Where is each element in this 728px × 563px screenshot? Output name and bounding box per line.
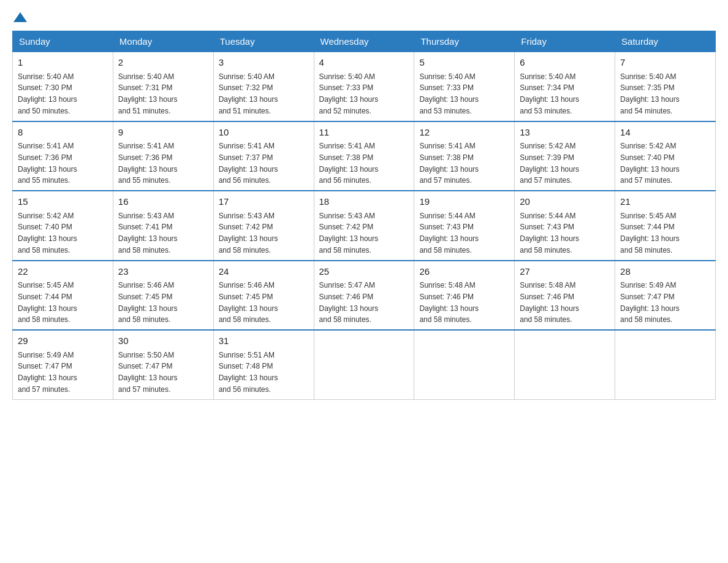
day-number: 14 xyxy=(620,126,710,140)
logo xyxy=(12,12,27,25)
day-number: 8 xyxy=(18,126,108,140)
day-number: 17 xyxy=(219,195,309,209)
day-number: 4 xyxy=(319,56,409,70)
calendar-cell: 9 Sunrise: 5:41 AMSunset: 7:36 PMDayligh… xyxy=(113,121,213,191)
day-number: 1 xyxy=(18,56,108,70)
column-header-monday: Monday xyxy=(113,31,213,52)
day-info: Sunrise: 5:44 AMSunset: 7:43 PMDaylight:… xyxy=(520,212,579,255)
day-number: 15 xyxy=(18,195,108,209)
calendar-cell: 1 Sunrise: 5:40 AMSunset: 7:30 PMDayligh… xyxy=(13,52,113,121)
day-number: 10 xyxy=(219,126,309,140)
calendar-cell xyxy=(314,330,414,399)
day-info: Sunrise: 5:40 AMSunset: 7:35 PMDaylight:… xyxy=(620,72,680,115)
day-number: 26 xyxy=(419,265,509,279)
svg-marker-0 xyxy=(13,12,27,22)
calendar-cell: 5 Sunrise: 5:40 AMSunset: 7:33 PMDayligh… xyxy=(414,52,515,121)
day-info: Sunrise: 5:40 AMSunset: 7:30 PMDaylight:… xyxy=(18,72,77,115)
day-number: 13 xyxy=(520,126,610,140)
day-number: 6 xyxy=(520,56,610,70)
day-number: 7 xyxy=(620,56,710,70)
day-info: Sunrise: 5:41 AMSunset: 7:36 PMDaylight:… xyxy=(18,142,77,185)
day-info: Sunrise: 5:46 AMSunset: 7:45 PMDaylight:… xyxy=(219,281,278,324)
calendar-cell: 8 Sunrise: 5:41 AMSunset: 7:36 PMDayligh… xyxy=(13,121,113,191)
column-header-friday: Friday xyxy=(515,31,615,52)
calendar-cell: 17 Sunrise: 5:43 AMSunset: 7:42 PMDaylig… xyxy=(213,191,314,261)
calendar-cell: 18 Sunrise: 5:43 AMSunset: 7:42 PMDaylig… xyxy=(314,191,414,261)
day-info: Sunrise: 5:42 AMSunset: 7:40 PMDaylight:… xyxy=(620,142,680,185)
calendar-cell: 25 Sunrise: 5:47 AMSunset: 7:46 PMDaylig… xyxy=(314,261,414,331)
column-header-tuesday: Tuesday xyxy=(213,31,314,52)
calendar-cell: 19 Sunrise: 5:44 AMSunset: 7:43 PMDaylig… xyxy=(414,191,515,261)
day-info: Sunrise: 5:43 AMSunset: 7:41 PMDaylight:… xyxy=(118,212,178,255)
calendar-cell: 11 Sunrise: 5:41 AMSunset: 7:38 PMDaylig… xyxy=(314,121,414,191)
day-info: Sunrise: 5:45 AMSunset: 7:44 PMDaylight:… xyxy=(18,281,77,324)
day-info: Sunrise: 5:41 AMSunset: 7:36 PMDaylight:… xyxy=(118,142,178,185)
day-number: 23 xyxy=(118,265,208,279)
calendar-cell: 7 Sunrise: 5:40 AMSunset: 7:35 PMDayligh… xyxy=(615,52,716,121)
day-number: 31 xyxy=(219,334,309,348)
day-number: 28 xyxy=(620,265,710,279)
day-number: 27 xyxy=(520,265,610,279)
calendar-cell: 27 Sunrise: 5:48 AMSunset: 7:46 PMDaylig… xyxy=(515,261,615,331)
day-info: Sunrise: 5:47 AMSunset: 7:46 PMDaylight:… xyxy=(319,281,379,324)
day-info: Sunrise: 5:40 AMSunset: 7:34 PMDaylight:… xyxy=(520,72,579,115)
day-info: Sunrise: 5:41 AMSunset: 7:37 PMDaylight:… xyxy=(219,142,278,185)
day-info: Sunrise: 5:43 AMSunset: 7:42 PMDaylight:… xyxy=(219,212,278,255)
calendar-cell: 24 Sunrise: 5:46 AMSunset: 7:45 PMDaylig… xyxy=(213,261,314,331)
calendar-week-row: 29 Sunrise: 5:49 AMSunset: 7:47 PMDaylig… xyxy=(13,330,716,399)
calendar-cell: 29 Sunrise: 5:49 AMSunset: 7:47 PMDaylig… xyxy=(13,330,113,399)
day-info: Sunrise: 5:50 AMSunset: 7:47 PMDaylight:… xyxy=(118,351,178,394)
calendar-week-row: 22 Sunrise: 5:45 AMSunset: 7:44 PMDaylig… xyxy=(13,261,716,331)
calendar-cell: 3 Sunrise: 5:40 AMSunset: 7:32 PMDayligh… xyxy=(213,52,314,121)
day-info: Sunrise: 5:46 AMSunset: 7:45 PMDaylight:… xyxy=(118,281,178,324)
day-number: 18 xyxy=(319,195,409,209)
day-info: Sunrise: 5:49 AMSunset: 7:47 PMDaylight:… xyxy=(620,281,680,324)
day-number: 5 xyxy=(419,56,509,70)
day-info: Sunrise: 5:45 AMSunset: 7:44 PMDaylight:… xyxy=(620,212,680,255)
day-info: Sunrise: 5:40 AMSunset: 7:31 PMDaylight:… xyxy=(118,72,178,115)
day-info: Sunrise: 5:40 AMSunset: 7:33 PMDaylight:… xyxy=(419,72,479,115)
calendar-cell: 31 Sunrise: 5:51 AMSunset: 7:48 PMDaylig… xyxy=(213,330,314,399)
day-info: Sunrise: 5:51 AMSunset: 7:48 PMDaylight:… xyxy=(219,351,278,394)
day-number: 20 xyxy=(520,195,610,209)
calendar-cell: 2 Sunrise: 5:40 AMSunset: 7:31 PMDayligh… xyxy=(113,52,213,121)
calendar-cell xyxy=(615,330,716,399)
calendar-cell xyxy=(414,330,515,399)
day-info: Sunrise: 5:44 AMSunset: 7:43 PMDaylight:… xyxy=(419,212,479,255)
calendar-cell: 4 Sunrise: 5:40 AMSunset: 7:33 PMDayligh… xyxy=(314,52,414,121)
day-number: 29 xyxy=(18,334,108,348)
logo-triangle-icon xyxy=(13,11,27,23)
day-number: 24 xyxy=(219,265,309,279)
day-number: 2 xyxy=(118,56,208,70)
calendar-cell: 23 Sunrise: 5:46 AMSunset: 7:45 PMDaylig… xyxy=(113,261,213,331)
column-header-saturday: Saturday xyxy=(615,31,716,52)
day-number: 19 xyxy=(419,195,509,209)
calendar-cell: 6 Sunrise: 5:40 AMSunset: 7:34 PMDayligh… xyxy=(515,52,615,121)
calendar-cell: 22 Sunrise: 5:45 AMSunset: 7:44 PMDaylig… xyxy=(13,261,113,331)
day-info: Sunrise: 5:48 AMSunset: 7:46 PMDaylight:… xyxy=(520,281,579,324)
calendar-cell: 26 Sunrise: 5:48 AMSunset: 7:46 PMDaylig… xyxy=(414,261,515,331)
calendar-cell: 14 Sunrise: 5:42 AMSunset: 7:40 PMDaylig… xyxy=(615,121,716,191)
calendar-cell: 10 Sunrise: 5:41 AMSunset: 7:37 PMDaylig… xyxy=(213,121,314,191)
day-info: Sunrise: 5:49 AMSunset: 7:47 PMDaylight:… xyxy=(18,351,77,394)
day-number: 22 xyxy=(18,265,108,279)
day-info: Sunrise: 5:48 AMSunset: 7:46 PMDaylight:… xyxy=(419,281,479,324)
day-number: 21 xyxy=(620,195,710,209)
day-info: Sunrise: 5:41 AMSunset: 7:38 PMDaylight:… xyxy=(319,142,379,185)
column-header-wednesday: Wednesday xyxy=(314,31,414,52)
calendar-cell: 13 Sunrise: 5:42 AMSunset: 7:39 PMDaylig… xyxy=(515,121,615,191)
calendar-cell xyxy=(515,330,615,399)
day-number: 25 xyxy=(319,265,409,279)
column-header-thursday: Thursday xyxy=(414,31,515,52)
calendar-week-row: 1 Sunrise: 5:40 AMSunset: 7:30 PMDayligh… xyxy=(13,52,716,121)
column-header-sunday: Sunday xyxy=(13,31,113,52)
calendar-table: SundayMondayTuesdayWednesdayThursdayFrid… xyxy=(12,31,716,400)
day-info: Sunrise: 5:42 AMSunset: 7:39 PMDaylight:… xyxy=(520,142,579,185)
calendar-cell: 16 Sunrise: 5:43 AMSunset: 7:41 PMDaylig… xyxy=(113,191,213,261)
day-number: 11 xyxy=(319,126,409,140)
calendar-week-row: 8 Sunrise: 5:41 AMSunset: 7:36 PMDayligh… xyxy=(13,121,716,191)
day-number: 3 xyxy=(219,56,309,70)
calendar-cell: 20 Sunrise: 5:44 AMSunset: 7:43 PMDaylig… xyxy=(515,191,615,261)
day-info: Sunrise: 5:40 AMSunset: 7:33 PMDaylight:… xyxy=(319,72,379,115)
day-number: 9 xyxy=(118,126,208,140)
